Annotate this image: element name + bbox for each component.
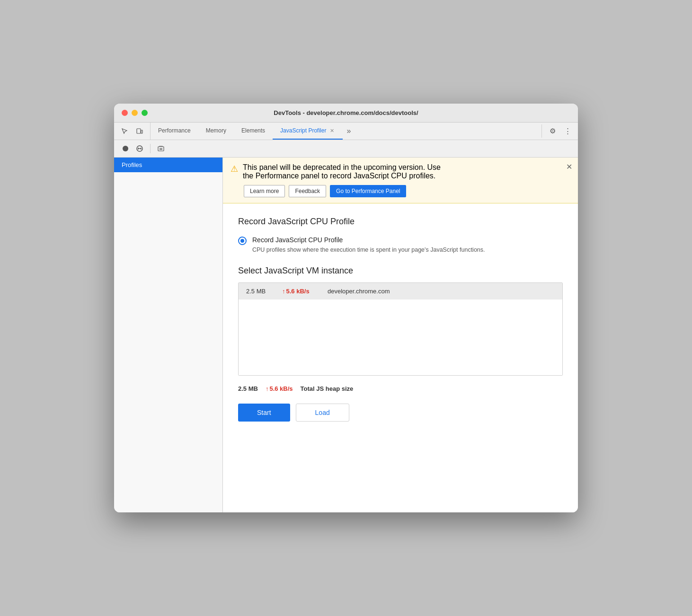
radio-cpu-icon[interactable] [238,237,247,245]
vm-url: developer.chrome.com [328,288,390,295]
tab-elements-label: Elements [241,127,265,134]
tab-js-profiler[interactable]: JavaScript Profiler ✕ [273,123,343,140]
tab-close-icon[interactable]: ✕ [329,127,335,134]
tabs-toolbar: Performance Memory Elements JavaScript P… [114,123,578,140]
vm-speed-arrow: ↑ [282,288,285,295]
vm-size: 2.5 MB [246,288,275,295]
maximize-button[interactable] [142,110,148,116]
stats-speed-value: 5.6 kB/s [269,385,293,392]
vm-row[interactable]: 2.5 MB ↑ 5.6 kB/s developer.chrome.com [239,283,562,299]
go-to-panel-button[interactable]: Go to Performance Panel [330,185,406,197]
vm-speed: ↑ 5.6 kB/s [282,288,320,295]
toolbar-right-controls: ⚙ ⋮ [541,124,578,138]
profile-content: Record JavaScript CPU Profile Record Jav… [223,203,578,435]
vm-speed-value: 5.6 kB/s [286,288,310,295]
warning-close-button[interactable]: ✕ [566,163,572,171]
deprecation-warning-banner: ⚠ This panel will be deprecated in the u… [223,158,578,203]
svg-rect-0 [137,129,141,133]
stats-row: 2.5 MB ↑ 5.6 kB/s Total JS heap size [238,381,563,396]
title-bar: DevTools - developer.chrome.com/docs/dev… [114,104,578,123]
cursor-icon[interactable] [118,124,131,138]
sidebar-profiles-label: Profiles [122,161,142,168]
warning-icon: ⚠ [231,164,238,174]
more-tabs-icon[interactable]: » [343,123,355,140]
stats-speed-arrow: ↑ [266,385,269,392]
tab-performance-label: Performance [158,127,191,134]
devtools-window: DevTools - developer.chrome.com/docs/dev… [114,104,578,512]
stats-speed: ↑ 5.6 kB/s [266,385,293,392]
radio-option-cpu: Record JavaScript CPU Profile CPU profil… [238,236,563,255]
tab-elements[interactable]: Elements [234,123,273,140]
traffic-lights [122,110,148,116]
more-options-icon[interactable]: ⋮ [561,124,574,138]
record-section-title: Record JavaScript CPU Profile [238,217,563,227]
stop-button[interactable] [134,143,145,154]
warning-text: This panel will be deprecated in the upc… [243,163,441,180]
clear-button[interactable] [155,143,167,154]
warning-text-line1: This panel will be deprecated in the upc… [243,163,441,172]
sidebar-item-profiles[interactable]: Profiles [114,158,222,172]
feedback-button[interactable]: Feedback [289,185,326,197]
close-button[interactable] [122,110,128,116]
svg-rect-1 [141,130,142,133]
main-content: Profiles ⚠ This panel will be deprecated… [114,158,578,512]
record-button[interactable] [120,143,131,154]
device-icon[interactable] [133,124,146,138]
tab-list: Performance Memory Elements JavaScript P… [151,123,541,140]
vm-empty-area [239,299,562,375]
right-panel: ⚠ This panel will be deprecated in the u… [223,158,578,512]
warning-content: ⚠ This panel will be deprecated in the u… [231,163,570,180]
minimize-button[interactable] [132,110,138,116]
vm-instance-list: 2.5 MB ↑ 5.6 kB/s developer.chrome.com [238,282,563,376]
learn-more-button[interactable]: Learn more [244,185,285,197]
radio-cpu-label: Record JavaScript CPU Profile [252,236,485,244]
start-button[interactable]: Start [238,404,290,422]
warning-text-line2: the Performance panel to record JavaScri… [243,172,441,180]
sidebar: Profiles [114,158,223,512]
radio-dot [240,239,244,243]
warning-actions: Learn more Feedback Go to Performance Pa… [231,185,570,197]
panel-icons-row [114,140,578,158]
tab-memory-label: Memory [206,127,226,134]
load-button[interactable]: Load [296,404,349,422]
window-title: DevTools - developer.chrome.com/docs/dev… [274,109,418,116]
tab-js-profiler-label: JavaScript Profiler [280,127,326,134]
tab-performance[interactable]: Performance [151,123,198,140]
svg-point-2 [123,146,128,151]
tab-memory[interactable]: Memory [198,123,234,140]
radio-option-text: Record JavaScript CPU Profile CPU profil… [252,236,485,255]
nav-icons [114,123,151,140]
vm-section-title: Select JavaScript VM instance [238,266,563,276]
settings-icon[interactable]: ⚙ [546,124,559,138]
panel-divider [150,144,151,153]
action-buttons: Start Load [238,404,563,422]
stats-label: Total JS heap size [301,385,354,392]
radio-cpu-desc: CPU profiles show where the execution ti… [252,246,485,255]
stats-size: 2.5 MB [238,385,258,392]
